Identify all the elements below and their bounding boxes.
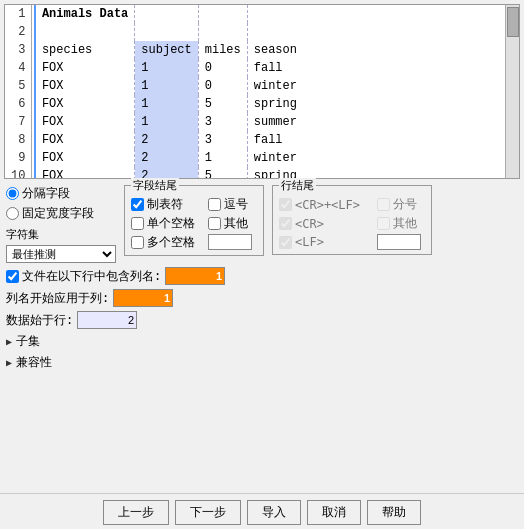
cb-other-field-label: 其他 <box>224 215 248 232</box>
table-row: 10FOX25spring <box>5 167 317 178</box>
preview-scroll[interactable]: 1Animals Data23speciessubjectmilesseason… <box>5 5 519 178</box>
row-end-group: 行结尾 <CR>+<LF> 分号 <CR> <box>272 185 432 255</box>
left-options: 分隔字段 固定宽度字段 字符集 最佳推测 UTF-8 GBK ASCII <box>6 185 116 263</box>
field-end-group: 字段结尾 制表符 逗号 单个空格 <box>124 185 264 256</box>
back-button[interactable]: 上一步 <box>103 500 169 525</box>
charset-select[interactable]: 最佳推测 UTF-8 GBK ASCII <box>6 245 116 263</box>
table-row: 2 <box>5 23 317 41</box>
data-start-input[interactable] <box>77 311 137 329</box>
table-row: 6FOX15spring <box>5 95 317 113</box>
table-row: 7FOX13summer <box>5 113 317 131</box>
help-button[interactable]: 帮助 <box>367 500 421 525</box>
row-end-other-input[interactable] <box>377 234 421 250</box>
cb-lf-label: <LF> <box>295 235 324 249</box>
cb-other-row[interactable]: 其他 <box>377 215 425 232</box>
colname-start-input[interactable] <box>113 289 173 307</box>
cb-single-space-label: 单个空格 <box>147 215 195 232</box>
cb-crlf[interactable]: <CR>+<LF> <box>279 196 364 213</box>
cb-other-field-input[interactable] <box>208 217 221 230</box>
table-row: 3speciessubjectmilesseason <box>5 41 317 59</box>
data-start-row: 数据始于行: <box>6 311 518 329</box>
options-row1: 分隔字段 固定宽度字段 字符集 最佳推测 UTF-8 GBK ASCII 字段结… <box>6 185 518 263</box>
field-end-title: 字段结尾 <box>131 178 179 193</box>
cb-other-field[interactable]: 其他 <box>208 215 257 232</box>
preview-area: 1Animals Data23speciessubjectmilesseason… <box>4 4 520 179</box>
colname-checkbox-text: 文件在以下行中包含列名: <box>22 268 161 285</box>
cb-tab-input[interactable] <box>131 198 144 211</box>
radio-delimited-input[interactable] <box>6 187 19 200</box>
cb-tab-label: 制表符 <box>147 196 183 213</box>
cb-cr-label: <CR> <box>295 217 324 231</box>
cb-comma-input[interactable] <box>208 198 221 211</box>
radio-fixed-input[interactable] <box>6 207 19 220</box>
colname-checkbox-row: 文件在以下行中包含列名: <box>6 267 518 285</box>
subset-collapsible[interactable]: ▶ 子集 <box>6 333 518 350</box>
options-area: 分隔字段 固定宽度字段 字符集 最佳推测 UTF-8 GBK ASCII 字段结… <box>0 181 524 375</box>
cb-comma-label: 逗号 <box>224 196 248 213</box>
next-button[interactable]: 下一步 <box>175 500 241 525</box>
table-row: 9FOX21winter <box>5 149 317 167</box>
cb-comma[interactable]: 逗号 <box>208 196 257 213</box>
cb-other-row-label: 其他 <box>393 215 417 232</box>
row-end-title: 行结尾 <box>279 178 316 193</box>
cb-cr-input[interactable] <box>279 217 292 230</box>
colname-checkbox-input[interactable] <box>6 270 19 283</box>
compat-triangle: ▶ <box>6 357 12 368</box>
bottom-bar: 上一步 下一步 导入 取消 帮助 <box>0 493 524 529</box>
row-end-checkboxes: <CR>+<LF> 分号 <CR> 其他 <box>279 196 425 250</box>
cb-single-space-input[interactable] <box>131 217 144 230</box>
vertical-scrollbar[interactable] <box>505 5 519 178</box>
cb-semicolon-input[interactable] <box>377 198 390 211</box>
colname-start-label: 列名开始应用于列: <box>6 290 109 307</box>
colname-row-input[interactable] <box>165 267 225 285</box>
radio-fixed[interactable]: 固定宽度字段 <box>6 205 116 222</box>
data-start-label: 数据始于行: <box>6 312 73 329</box>
scrollbar-thumb[interactable] <box>507 7 519 37</box>
cb-tab[interactable]: 制表符 <box>131 196 200 213</box>
cb-other-row-input[interactable] <box>377 217 390 230</box>
radio-delimited-label: 分隔字段 <box>22 185 70 202</box>
subset-triangle: ▶ <box>6 336 12 347</box>
subset-label: 子集 <box>16 333 40 350</box>
main-container: 1Animals Data23speciessubjectmilesseason… <box>0 0 524 529</box>
cb-crlf-input[interactable] <box>279 198 292 211</box>
cb-lf-input[interactable] <box>279 236 292 249</box>
cb-crlf-label: <CR>+<LF> <box>295 198 360 212</box>
cb-single-space[interactable]: 单个空格 <box>131 215 200 232</box>
cb-multi-space[interactable]: 多个空格 <box>131 234 200 251</box>
charset-label: 字符集 <box>6 227 116 242</box>
table-row: 5FOX10winter <box>5 77 317 95</box>
cb-cr[interactable]: <CR> <box>279 215 364 232</box>
cb-multi-space-input[interactable] <box>131 236 144 249</box>
radio-delimited[interactable]: 分隔字段 <box>6 185 116 202</box>
compat-collapsible[interactable]: ▶ 兼容性 <box>6 354 518 371</box>
options-row2: 文件在以下行中包含列名: 列名开始应用于列: 数据始于行: <box>6 267 518 329</box>
cb-lf[interactable]: <LF> <box>279 234 364 250</box>
table-row: 4FOX10fall <box>5 59 317 77</box>
cancel-button[interactable]: 取消 <box>307 500 361 525</box>
preview-table: 1Animals Data23speciessubjectmilesseason… <box>5 5 317 178</box>
field-end-other-input[interactable] <box>208 234 252 250</box>
cb-semicolon[interactable]: 分号 <box>377 196 425 213</box>
colname-checkbox-label[interactable]: 文件在以下行中包含列名: <box>6 268 161 285</box>
cb-semicolon-label: 分号 <box>393 196 417 213</box>
table-row: 1Animals Data <box>5 5 317 23</box>
compat-label: 兼容性 <box>16 354 52 371</box>
field-end-checkboxes: 制表符 逗号 单个空格 其他 <box>131 196 257 251</box>
colname-start-row: 列名开始应用于列: <box>6 289 518 307</box>
import-button[interactable]: 导入 <box>247 500 301 525</box>
radio-fixed-label: 固定宽度字段 <box>22 205 94 222</box>
cb-multi-space-label: 多个空格 <box>147 234 195 251</box>
table-row: 8FOX23fall <box>5 131 317 149</box>
